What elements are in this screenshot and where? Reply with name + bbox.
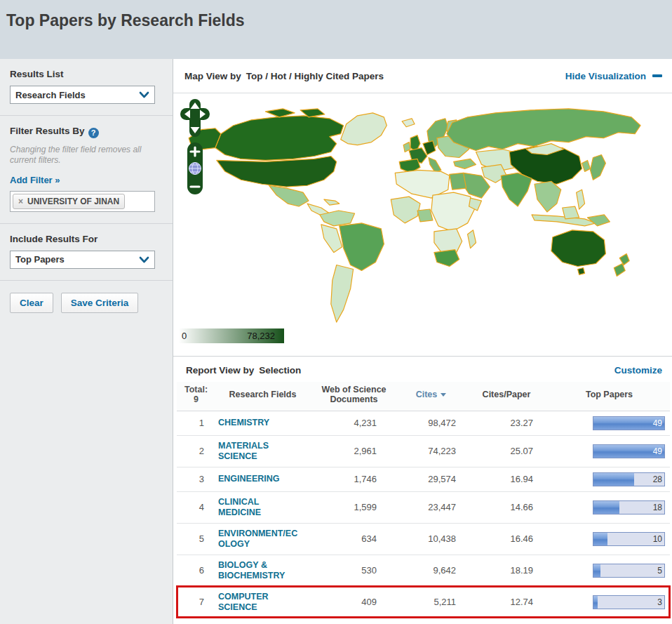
sidebar-buttons: Clear Save Criteria [0, 281, 173, 324]
field-link[interactable]: MATERIALS SCIENCE [218, 441, 301, 462]
row-rank: 1 [177, 411, 215, 435]
wos-documents-value: 4,231 [310, 411, 398, 435]
region-se-asia[interactable] [535, 181, 561, 212]
region-southern-africa[interactable] [434, 229, 462, 254]
region-central-africa[interactable] [431, 192, 475, 232]
country-greenland[interactable] [341, 113, 387, 145]
globe-icon[interactable] [189, 163, 201, 175]
table-row-highlighted: 7 COMPUTER SCIENCE 409 5,211 12.74 3 [177, 586, 670, 618]
top-papers-bar: 28 [593, 472, 665, 486]
country-philippines[interactable] [577, 190, 585, 209]
map-pan-control[interactable] [180, 99, 210, 137]
cites-per-paper-value: 25.07 [464, 435, 549, 467]
top-papers-value: 28 [653, 474, 662, 484]
main-panel: Map View by Top / Hot / Highly Cited Pap… [173, 59, 672, 624]
row-rank: 5 [177, 523, 215, 555]
cites-value: 74,223 [398, 435, 464, 467]
sort-descending-icon [441, 393, 446, 397]
field-link[interactable]: BIOLOGY & BIOCHEMISTRY [218, 560, 301, 581]
column-header-cites[interactable]: Cites [398, 382, 464, 411]
region-borneo[interactable] [563, 206, 579, 219]
country-egypt[interactable] [450, 173, 466, 190]
wos-documents-value: 366 [310, 618, 398, 624]
country-turkey[interactable] [454, 159, 476, 168]
field-link[interactable]: COMPUTER SCIENCE [218, 592, 301, 613]
top-papers-bar: 5 [593, 564, 665, 578]
cites-value: 23,447 [398, 491, 464, 523]
include-results-value: Top Papers [15, 254, 65, 265]
include-results-label: Include Results For [10, 234, 163, 244]
country-tasmania[interactable] [578, 267, 585, 274]
cites-value: 29,574 [398, 467, 464, 491]
chevron-down-icon [139, 91, 149, 98]
cites-per-paper-value: 16.94 [464, 467, 549, 491]
clear-button[interactable]: Clear [10, 293, 53, 313]
column-header-research-fields[interactable]: Research Fields [215, 382, 310, 411]
field-link[interactable]: ENGINEERING [218, 474, 301, 484]
customize-link[interactable]: Customize [614, 365, 662, 376]
report-view-prefix: Report View by [186, 365, 254, 376]
region-caribbean[interactable] [324, 199, 340, 205]
country-argentina[interactable] [331, 265, 354, 322]
country-iceland[interactable] [402, 119, 415, 127]
country-new-zealand[interactable] [614, 254, 629, 277]
country-south-africa[interactable] [434, 250, 459, 267]
country-usa[interactable] [217, 156, 337, 187]
top-papers-value: 10 [653, 534, 662, 544]
page: { "page": { "title": "Top Papers by Rese… [0, 0, 672, 624]
filter-box[interactable]: × UNIVERSITY OF JINAN [10, 191, 155, 212]
legend-min-label: 0 [182, 331, 187, 341]
column-header-wos-documents[interactable]: Web of Science Documents [310, 382, 398, 411]
world-choropleth-map[interactable] [175, 98, 670, 324]
table-row: 5 ENVIRONMENT/ECOLOGY 634 10,438 16.46 1… [177, 523, 670, 555]
country-russia[interactable] [447, 109, 640, 151]
map-legend: 0 78,232 [179, 328, 284, 343]
country-madagascar[interactable] [468, 230, 476, 248]
bar-fill [593, 596, 598, 609]
top-papers-bar: 10 [593, 532, 665, 546]
country-canada[interactable] [215, 116, 344, 161]
top-papers-value: 18 [653, 503, 662, 512]
country-peru[interactable] [321, 225, 342, 253]
report-table: Total: 9 Research Fields Web of Science … [177, 382, 670, 624]
country-australia[interactable] [551, 230, 606, 267]
top-papers-value: 49 [653, 418, 662, 428]
region-west-africa[interactable] [391, 197, 420, 223]
country-korea[interactable] [582, 160, 591, 171]
country-india[interactable] [501, 173, 532, 206]
add-filter-link[interactable]: Add Filter » [10, 175, 60, 185]
field-link[interactable]: ENVIRONMENT/ECOLOGY [218, 529, 301, 550]
filter-section: Filter Results By? Changing the filter f… [0, 116, 173, 224]
map-zoom-control[interactable] [187, 142, 203, 195]
country-japan[interactable] [591, 154, 606, 180]
top-papers-value: 5 [657, 566, 662, 576]
field-link[interactable]: CLINICAL MEDICINE [218, 497, 301, 518]
include-results-select[interactable]: Top Papers [10, 251, 155, 269]
country-nigeria[interactable] [417, 209, 433, 222]
field-link[interactable]: CHEMISTRY [218, 418, 301, 428]
top-papers-bar: 49 [593, 444, 665, 458]
hide-visualization-link[interactable]: Hide Visualization [565, 71, 662, 81]
country-brazil[interactable] [340, 223, 384, 271]
results-list-value: Research Fields [15, 90, 86, 100]
row-rank: 8 [177, 618, 215, 624]
column-header-cites-per-paper[interactable]: Cites/Paper [464, 382, 549, 411]
top-papers-value: 49 [653, 446, 662, 456]
column-header-top-papers[interactable]: Top Papers [549, 382, 670, 411]
country-indonesia[interactable] [532, 215, 596, 226]
remove-filter-icon[interactable]: × [18, 197, 23, 206]
top-papers-value: 3 [657, 597, 662, 607]
bar-fill [593, 501, 619, 514]
top-papers-bar: 49 [593, 416, 665, 430]
cites-per-paper-value: 16.46 [464, 523, 549, 555]
legend-max-label: 78,232 [247, 331, 275, 341]
save-criteria-button[interactable]: Save Criteria [61, 293, 139, 313]
table-row: 4 CLINICAL MEDICINE 1,599 23,447 14.66 1… [177, 491, 670, 523]
cites-per-paper-value: 14.66 [464, 491, 549, 523]
help-icon[interactable]: ? [88, 128, 99, 138]
cites-value: 98,472 [398, 411, 464, 435]
table-row: 3 ENGINEERING 1,746 29,574 16.94 28 [177, 467, 670, 491]
country-mexico[interactable] [269, 185, 309, 206]
results-list-select[interactable]: Research Fields [10, 86, 155, 104]
top-papers-bar: 18 [593, 500, 665, 515]
